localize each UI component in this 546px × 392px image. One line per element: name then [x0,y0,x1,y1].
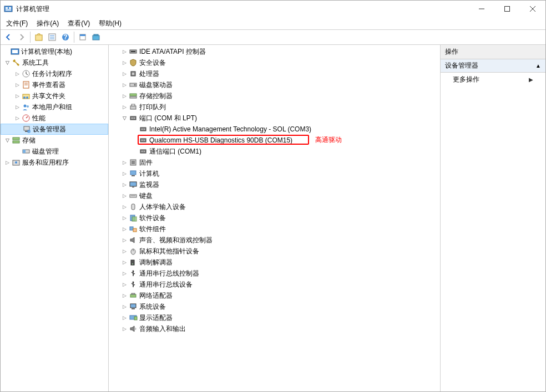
actions-more[interactable]: 更多操作 ▶ [441,73,545,86]
device-keyboards[interactable]: 键盘 [109,190,440,201]
close-button[interactable] [520,1,545,17]
expander-icon[interactable] [120,202,129,211]
expander-icon[interactable] [13,69,22,78]
expander-icon[interactable] [120,225,129,233]
svg-point-34 [27,130,31,133]
device-firmware[interactable]: 固件 [109,157,440,168]
tree-storage[interactable]: 存储 [1,135,108,146]
device-display[interactable]: 显示适配器 [109,312,440,323]
expander-icon[interactable] [3,158,12,167]
device-computer[interactable]: 计算机 [109,168,440,179]
expander-icon[interactable] [120,69,129,78]
expander-icon[interactable] [120,158,129,167]
device-monitors[interactable]: 监视器 [109,179,440,190]
performance-icon [22,114,31,123]
expander-icon[interactable] [120,280,129,289]
device-network[interactable]: 网络适配器 [109,290,440,301]
expander-icon[interactable] [13,91,22,100]
device-software[interactable]: 软件设备 [109,212,440,223]
device-storagectl[interactable]: 存储控制器 [109,90,440,101]
forward-button[interactable] [16,31,28,43]
device-diskdrives[interactable]: 磁盘驱动器 [109,79,440,90]
expander-icon[interactable] [120,114,129,123]
tree-systools[interactable]: 系统工具 [1,57,108,68]
actions-section[interactable]: 设备管理器 ▲ [441,59,545,73]
tree-services[interactable]: 服务和应用程序 [1,157,108,168]
menu-help[interactable]: 帮助(H) [94,18,126,29]
device-ports[interactable]: 端口 (COM 和 LPT) [109,113,440,124]
device-sysdevices[interactable]: 系统设备 [109,301,440,312]
expander-icon[interactable] [120,47,129,56]
device-port-qualcomm[interactable]: Qualcomm HS-USB Diagnostics 90DB (COM15) [109,135,440,146]
expander-icon[interactable] [120,247,129,256]
tree-devicemgr[interactable]: 设备管理器 [1,124,108,135]
refresh-button[interactable] [77,31,89,43]
device-usbctl[interactable]: 通用串行总线控制器 [109,268,440,279]
tree-performance[interactable]: 性能 [1,113,108,124]
svg-rect-68 [132,187,134,187]
expander-icon[interactable] [13,103,22,111]
menu-action[interactable]: 操作(A) [32,18,63,29]
expander-icon[interactable] [120,91,129,100]
tree-localusers[interactable]: 本地用户和组 [1,101,108,113]
back-button[interactable] [2,31,14,43]
menu-view[interactable]: 查看(V) [63,18,94,29]
expander-icon[interactable] [3,136,12,145]
expander-icon[interactable] [120,169,129,178]
device-printqueues[interactable]: 打印队列 [109,101,440,113]
device-security[interactable]: 安全设备 [109,57,440,68]
device-hid[interactable]: 人体学输入设备 [109,201,440,212]
help-button[interactable]: ? [59,31,72,43]
ide-icon [129,47,138,56]
expander-icon[interactable] [120,58,129,67]
security-icon [129,58,138,67]
tree-diskmgmt[interactable]: 磁盘管理 [1,146,108,157]
svg-rect-67 [130,182,136,186]
maximize-button[interactable] [494,1,520,17]
up-button[interactable] [33,31,45,43]
expander-icon[interactable] [13,80,22,89]
device-processors[interactable]: 处理器 [109,68,440,79]
expander-icon[interactable] [120,191,129,200]
svg-rect-18 [94,34,98,35]
expander-icon[interactable] [120,313,129,322]
tree-sharedfolders[interactable]: 共享文件夹 [1,90,108,101]
tree-label: 网络适配器 [139,291,173,301]
storage-ctl-icon [129,91,138,100]
device-mice[interactable]: 鼠标和其他指针设备 [109,246,440,257]
audio-icon [129,324,138,333]
device-usbdev[interactable]: 通用串行总线设备 [109,279,440,290]
tree-taskscheduler[interactable]: 任务计划程序 [1,68,108,79]
monitor-icon [129,180,138,189]
expander-icon[interactable] [120,236,129,245]
expander-icon[interactable] [13,114,22,123]
expander-icon[interactable] [120,180,129,189]
device-ide[interactable]: IDE ATA/ATAPI 控制器 [109,46,440,57]
expander-icon[interactable] [120,258,129,267]
device-swcomponents[interactable]: 软件组件 [109,223,440,235]
expander-icon[interactable] [120,324,129,333]
export-button[interactable] [90,31,102,43]
expander-icon[interactable] [120,103,129,111]
svg-rect-64 [132,161,135,164]
menu-file[interactable]: 文件(F) [2,18,32,29]
expander-icon[interactable] [120,213,129,222]
properties-button[interactable] [46,31,58,43]
svg-rect-5 [505,7,510,12]
expander-icon[interactable] [120,291,129,300]
expander-icon[interactable] [3,58,12,67]
tree-root[interactable]: 计算机管理(本地) [1,46,108,57]
device-port-intel[interactable]: Intel(R) Active Management Technology - … [109,124,440,135]
minimize-button[interactable] [469,1,494,17]
device-modems[interactable]: 调制解调器 [109,257,440,268]
tree-label: 事件查看器 [32,80,65,90]
expander-icon[interactable] [120,302,129,311]
expander-icon[interactable] [120,269,129,278]
tree-eventviewer[interactable]: 事件查看器 [1,79,108,90]
port-icon [139,125,148,134]
device-sound[interactable]: 声音、视频和游戏控制器 [109,235,440,246]
expander-icon[interactable] [120,80,129,89]
device-port-comm[interactable]: 通信端口 (COM1) [109,146,440,157]
firmware-icon [129,158,138,167]
device-audio[interactable]: 音频输入和输出 [109,323,440,334]
